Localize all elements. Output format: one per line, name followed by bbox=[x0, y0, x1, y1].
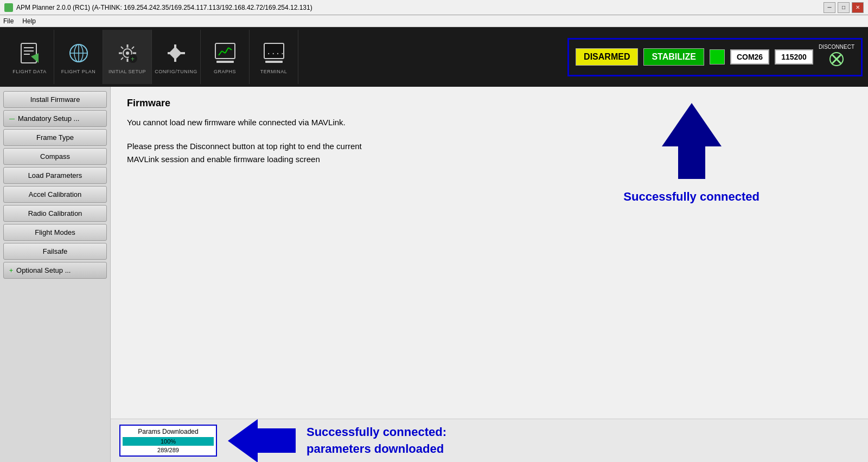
flight-plan-label: FLIGHT PLAN bbox=[61, 69, 95, 74]
svg-rect-29 bbox=[265, 61, 283, 63]
content-area: Firmware You cannot load new firmware wh… bbox=[111, 87, 868, 462]
window-controls: ─ □ ✕ bbox=[824, 2, 864, 13]
svg-point-10 bbox=[126, 52, 129, 55]
window-title: APM Planner 2.0.0 (RC1) (A-THINK: 169.25… bbox=[16, 4, 824, 11]
graphs-icon bbox=[212, 40, 239, 67]
install-firmware-button[interactable]: Install Firmware bbox=[3, 91, 107, 108]
svg-text:.....: ..... bbox=[266, 47, 285, 56]
title-bar: APM Planner 2.0.0 (RC1) (A-THINK: 169.25… bbox=[0, 0, 868, 15]
config-tuning-icon bbox=[163, 40, 190, 67]
toolbar-config-tuning[interactable]: CONFIG/TUNING bbox=[152, 30, 201, 84]
toolbar-terminal[interactable]: ..... TERMINAL bbox=[250, 30, 298, 84]
svg-line-25 bbox=[225, 48, 228, 53]
compass-button[interactable]: Compass bbox=[3, 148, 107, 165]
baud-rate-display[interactable]: 115200 bbox=[775, 49, 813, 65]
graphs-label: GRAPHS bbox=[214, 69, 236, 74]
flight-data-label: FLIGHT DATA bbox=[12, 69, 47, 74]
arrow-up-head bbox=[662, 103, 722, 146]
disarmed-badge: DISARMED bbox=[576, 48, 638, 66]
config-tuning-label: CONFIG/TUNING bbox=[155, 69, 197, 74]
stabilize-badge: STABILIZE bbox=[643, 48, 704, 66]
arrow-left-body bbox=[258, 428, 296, 453]
flight-data-icon bbox=[16, 40, 43, 67]
failsafe-button[interactable]: Failsafe bbox=[3, 243, 107, 260]
svg-line-23 bbox=[219, 51, 222, 55]
left-arrow-area bbox=[228, 419, 296, 463]
bottom-status-bar: Params Downloaded 100% 289/289 Successfu… bbox=[111, 419, 868, 462]
params-progress-text: 100% bbox=[123, 437, 214, 446]
arrow-left-head bbox=[228, 419, 258, 463]
initial-setup-icon: + bbox=[114, 40, 141, 67]
mandatory-setup-label: Mandatory Setup ... bbox=[18, 114, 79, 123]
optional-plus-icon: + bbox=[9, 267, 13, 274]
up-arrow-shape bbox=[662, 103, 722, 179]
svg-line-18 bbox=[121, 57, 123, 60]
terminal-icon: ..... bbox=[260, 40, 288, 67]
minimize-button[interactable]: ─ bbox=[824, 2, 835, 13]
firmware-msg2-line2: MAVLink session and enable firmware load… bbox=[127, 155, 320, 164]
params-count: 289/289 bbox=[123, 447, 214, 453]
svg-line-17 bbox=[132, 47, 134, 49]
firmware-msg2-line1: Please press the Disconnect button at to… bbox=[127, 142, 362, 151]
optional-setup-header[interactable]: + Optional Setup ... bbox=[3, 262, 107, 279]
close-button[interactable]: ✕ bbox=[852, 2, 864, 13]
toolbar-flight-plan[interactable]: FLIGHT PLAN bbox=[54, 30, 103, 84]
sidebar: Install Firmware — Mandatory Setup ... F… bbox=[0, 87, 111, 462]
optional-setup-label: Optional Setup ... bbox=[16, 266, 71, 274]
disconnect-label: DISCONNECT bbox=[819, 44, 854, 50]
svg-line-15 bbox=[121, 47, 123, 49]
status-area: DISARMED STABILIZE COM26 115200 DISCONNE… bbox=[567, 38, 863, 76]
flight-modes-button[interactable]: Flight Modes bbox=[3, 224, 107, 241]
load-parameters-button[interactable]: Load Parameters bbox=[3, 167, 107, 184]
svg-marker-4 bbox=[31, 53, 39, 63]
menu-help[interactable]: Help bbox=[22, 17, 36, 25]
mandatory-setup-header[interactable]: — Mandatory Setup ... bbox=[3, 110, 107, 127]
params-box: Params Downloaded 100% 289/289 bbox=[119, 425, 217, 457]
terminal-label: TERMINAL bbox=[260, 69, 288, 74]
accel-calibration-button[interactable]: Accel Calibration bbox=[3, 186, 107, 203]
svg-text:+: + bbox=[131, 55, 135, 63]
maximize-button[interactable]: □ bbox=[838, 2, 850, 13]
flight-plan-icon bbox=[65, 40, 92, 67]
app-icon bbox=[4, 3, 13, 12]
toolbar-flight-data[interactable]: FLIGHT DATA bbox=[5, 30, 54, 84]
menu-file[interactable]: File bbox=[3, 17, 14, 25]
success-arrow-area: Successfully connected bbox=[623, 103, 760, 204]
svg-line-26 bbox=[228, 48, 232, 50]
success-params-text: Successfully connected: parameters downl… bbox=[307, 424, 446, 458]
toolbar-initial-setup[interactable]: + INITIAL SETUP bbox=[103, 30, 152, 84]
frame-type-button[interactable]: Frame Type bbox=[3, 129, 107, 146]
disconnect-icon[interactable] bbox=[828, 51, 845, 70]
radio-calibration-button[interactable]: Radio Calibration bbox=[3, 205, 107, 222]
toolbar: FLIGHT DATA FLIGHT PLAN bbox=[0, 27, 868, 87]
menu-bar: File Help bbox=[0, 15, 868, 27]
left-arrow-shape bbox=[228, 419, 296, 463]
disconnect-area[interactable]: DISCONNECT bbox=[819, 44, 854, 70]
svg-rect-21 bbox=[215, 43, 235, 59]
status-green-square bbox=[710, 49, 725, 65]
mandatory-dash-icon: — bbox=[9, 116, 15, 121]
svg-rect-0 bbox=[21, 43, 36, 63]
main-area: Install Firmware — Mandatory Setup ... F… bbox=[0, 87, 868, 462]
toolbar-graphs[interactable]: GRAPHS bbox=[201, 30, 250, 84]
svg-line-24 bbox=[222, 51, 225, 53]
params-label: Params Downloaded bbox=[123, 428, 214, 435]
success-params-line1: Successfully connected: bbox=[307, 425, 446, 439]
arrow-up-body bbox=[678, 146, 705, 179]
svg-rect-22 bbox=[216, 61, 234, 63]
params-progress-bar: 100% bbox=[123, 437, 214, 446]
success-params-line2: parameters downloaded bbox=[307, 442, 444, 455]
success-connected-text: Successfully connected bbox=[623, 190, 760, 204]
com-port-display[interactable]: COM26 bbox=[730, 49, 769, 65]
initial-setup-label: INITIAL SETUP bbox=[108, 69, 146, 74]
